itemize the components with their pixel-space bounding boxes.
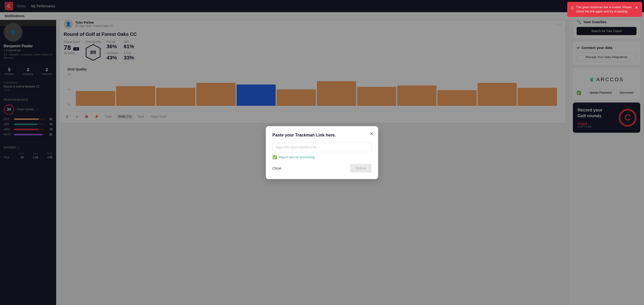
trackman-modal: Paste your Trackman Link here. ✕ ✅ Repor… [266, 126, 378, 130]
warning-icon: ⚠ [570, 6, 574, 10]
error-toast-close[interactable]: ✕ [635, 5, 638, 10]
modal-overlay: Paste your Trackman Link here. ✕ ✅ Repor… [0, 0, 644, 130]
error-toast-message: The given trackman link is invalid. Plea… [576, 5, 632, 14]
error-toast: ⚠ The given trackman link is invalid. Pl… [567, 2, 642, 17]
